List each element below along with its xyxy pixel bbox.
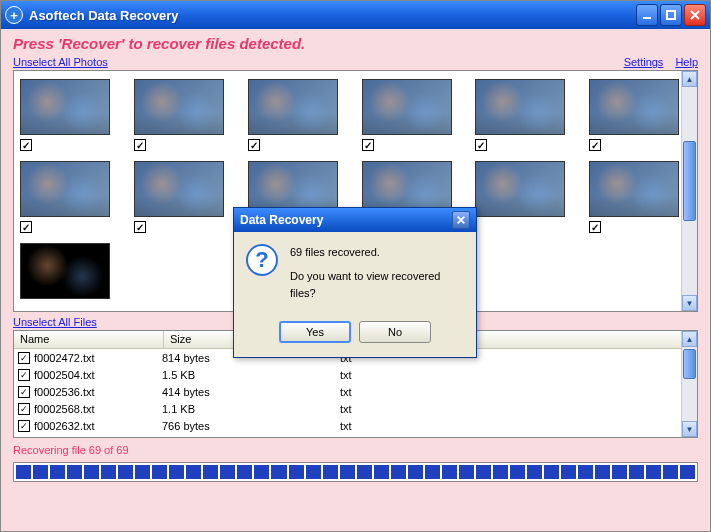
window-title: Asoftech Data Recovery bbox=[29, 8, 636, 23]
titlebar: + Asoftech Data Recovery bbox=[1, 1, 710, 29]
question-icon: ? bbox=[246, 244, 278, 276]
file-name: f0002504.txt bbox=[34, 369, 162, 381]
file-size: 1.1 KB bbox=[162, 403, 340, 415]
file-row[interactable]: f0002632.txt 766 bytes txt bbox=[14, 417, 697, 434]
app-icon: + bbox=[5, 6, 23, 24]
dialog-message-2: Do you want to view recovered files? bbox=[290, 268, 464, 303]
scroll-up-icon[interactable]: ▲ bbox=[682, 331, 697, 347]
file-row[interactable]: f0002504.txt 1.5 KB txt bbox=[14, 366, 697, 383]
file-name: f0002472.txt bbox=[34, 352, 162, 364]
files-scrollbar[interactable]: ▲ ▼ bbox=[681, 331, 697, 437]
settings-link[interactable]: Settings bbox=[624, 56, 664, 68]
photo-checkbox[interactable] bbox=[589, 221, 601, 233]
file-checkbox[interactable] bbox=[18, 420, 30, 432]
photo-thumbnail-3[interactable] bbox=[248, 79, 350, 151]
file-size: 414 bytes bbox=[162, 386, 340, 398]
file-ext: txt bbox=[340, 386, 693, 398]
file-row[interactable]: f0002568.txt 1.1 KB txt bbox=[14, 400, 697, 417]
photo-checkbox[interactable] bbox=[589, 139, 601, 151]
dialog-message-1: 69 files recovered. bbox=[290, 244, 464, 262]
instruction-text: Press 'Recover' to recover files detecte… bbox=[13, 35, 698, 52]
maximize-button[interactable] bbox=[660, 4, 682, 26]
photo-checkbox[interactable] bbox=[20, 139, 32, 151]
dialog-close-button[interactable] bbox=[452, 211, 470, 229]
scrollbar-thumb[interactable] bbox=[683, 349, 696, 379]
photo-thumbnail-1[interactable] bbox=[20, 79, 122, 151]
photo-checkbox[interactable] bbox=[134, 221, 146, 233]
photo-thumbnail-2[interactable] bbox=[134, 79, 236, 151]
scroll-up-icon[interactable]: ▲ bbox=[682, 71, 697, 87]
dialog-title: Data Recovery bbox=[240, 213, 323, 227]
photo-checkbox[interactable] bbox=[134, 139, 146, 151]
photo-checkbox[interactable] bbox=[362, 139, 374, 151]
file-row[interactable]: f0002536.txt 414 bytes txt bbox=[14, 383, 697, 400]
file-checkbox[interactable] bbox=[18, 403, 30, 415]
file-name: f0002568.txt bbox=[34, 403, 162, 415]
status-text: Recovering file 69 of 69 bbox=[13, 444, 698, 456]
column-name[interactable]: Name bbox=[14, 331, 164, 348]
photo-thumbnail-5[interactable] bbox=[475, 79, 577, 151]
photo-thumbnail-12[interactable] bbox=[589, 161, 691, 233]
unselect-all-photos-link[interactable]: Unselect All Photos bbox=[13, 56, 108, 68]
photo-checkbox[interactable] bbox=[20, 221, 32, 233]
file-ext: txt bbox=[340, 420, 693, 432]
photo-thumbnail-4[interactable] bbox=[362, 79, 464, 151]
file-size: 1.5 KB bbox=[162, 369, 340, 381]
photo-checkbox[interactable] bbox=[475, 139, 487, 151]
file-checkbox[interactable] bbox=[18, 369, 30, 381]
scroll-down-icon[interactable]: ▼ bbox=[682, 421, 697, 437]
file-name: f0002536.txt bbox=[34, 386, 162, 398]
file-name: f0002632.txt bbox=[34, 420, 162, 432]
unselect-all-files-link[interactable]: Unselect All Files bbox=[13, 316, 97, 328]
file-ext: txt bbox=[340, 403, 693, 415]
minimize-button[interactable] bbox=[636, 4, 658, 26]
file-checkbox[interactable] bbox=[18, 352, 30, 364]
file-checkbox[interactable] bbox=[18, 386, 30, 398]
scroll-down-icon[interactable]: ▼ bbox=[682, 295, 697, 311]
svg-rect-0 bbox=[643, 17, 651, 19]
dialog-titlebar: Data Recovery bbox=[234, 208, 476, 232]
help-link[interactable]: Help bbox=[675, 56, 698, 68]
photo-checkbox[interactable] bbox=[248, 139, 260, 151]
no-button[interactable]: No bbox=[359, 321, 431, 343]
photo-thumbnail-7[interactable] bbox=[20, 161, 122, 233]
close-button[interactable] bbox=[684, 4, 706, 26]
photo-thumbnail-8[interactable] bbox=[134, 161, 236, 233]
photo-thumbnail-6[interactable] bbox=[589, 79, 691, 151]
photos-scrollbar[interactable]: ▲ ▼ bbox=[681, 71, 697, 311]
photo-thumbnail-13[interactable] bbox=[20, 243, 122, 299]
scrollbar-thumb[interactable] bbox=[683, 141, 696, 221]
file-size: 766 bytes bbox=[162, 420, 340, 432]
photo-thumbnail-11[interactable] bbox=[475, 161, 577, 233]
progress-bar bbox=[13, 462, 698, 482]
file-ext: txt bbox=[340, 369, 693, 381]
yes-button[interactable]: Yes bbox=[279, 321, 351, 343]
svg-rect-1 bbox=[667, 11, 675, 19]
recovery-dialog: Data Recovery ? 69 files recovered. Do y… bbox=[233, 207, 477, 358]
